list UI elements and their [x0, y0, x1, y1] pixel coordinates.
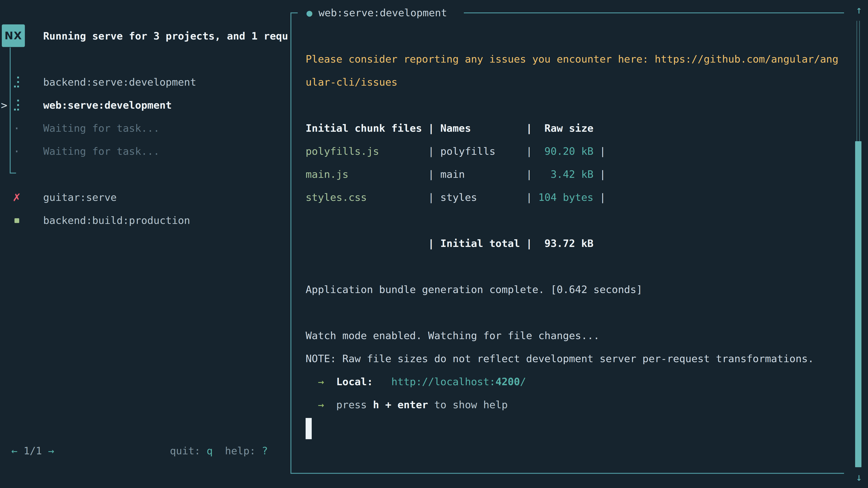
text-segment: Local:	[336, 376, 373, 388]
text-segment: | main |	[428, 168, 538, 180]
text-segment	[306, 399, 318, 411]
nx-logo: NX	[2, 24, 25, 47]
panel-border-top	[464, 12, 844, 13]
text-segment: to show help	[428, 399, 508, 411]
output-line: Initial chunk files | Names | Raw size	[306, 117, 844, 140]
waiting-dot-icon: ·	[12, 117, 22, 140]
output-line	[306, 255, 844, 278]
waiting-dot-icon: ·	[12, 140, 22, 163]
text-segment: |	[593, 145, 606, 157]
task-item[interactable]: backend:serve:development	[0, 71, 290, 94]
output-line: → press h + enter to show help	[306, 393, 844, 416]
terminal-cursor	[306, 418, 312, 439]
task-label: backend:serve:development	[43, 71, 196, 94]
output-line: ular-cli/issues	[306, 71, 844, 94]
output-line	[306, 416, 844, 440]
text-segment: polyfills.js	[306, 145, 428, 157]
text-segment: Initial chunk files | Names | Raw size	[306, 122, 593, 134]
error-cross-icon: ✗	[12, 186, 22, 209]
text-segment: NOTE: Raw file sizes do not reflect deve…	[306, 353, 814, 365]
output-line: | Initial total | 93.72 kB	[306, 232, 844, 255]
text-segment: | polyfills |	[428, 145, 538, 157]
output-line: Application bundle generation complete. …	[306, 278, 844, 301]
text-segment: styles.css	[306, 191, 428, 203]
text-segment: Watch mode enabled. Watching for file ch…	[306, 330, 599, 341]
quit-label: quit:	[170, 445, 207, 457]
output-line: NOTE: Raw file sizes do not reflect deve…	[306, 347, 844, 370]
output-line: main.js | main | 3.42 kB |	[306, 163, 844, 186]
arrow-icon: →	[318, 399, 324, 411]
task-label: backend:build:production	[43, 209, 190, 232]
text-segment: 3.42 kB	[538, 168, 594, 180]
scrollbar-down-icon[interactable]: ↓	[852, 468, 865, 486]
task-list: backend:serve:development>web:serve:deve…	[0, 71, 290, 232]
local-url-link[interactable]: 4200	[495, 376, 520, 388]
panel-border-bottom	[290, 473, 844, 474]
shortcut-bar: quit: q help: ?	[0, 440, 268, 462]
app-title: Running serve for 3 projects, and 1 requ	[43, 25, 290, 48]
help-label: help:	[225, 445, 262, 457]
terminal-output: Please consider reporting any issues you…	[306, 48, 844, 440]
spinner-icon	[12, 71, 22, 94]
local-url-link[interactable]: http://localhost:	[391, 376, 495, 388]
spinner-icon	[12, 94, 22, 117]
text-segment: press	[336, 399, 373, 411]
output-line: Watch mode enabled. Watching for file ch…	[306, 324, 844, 347]
task-item[interactable]: >web:serve:development	[0, 94, 290, 117]
output-line: → Local: http://localhost:4200/	[306, 370, 844, 393]
text-segment: |	[593, 168, 606, 180]
text-segment	[324, 399, 336, 411]
task-item[interactable]: backend:build:production	[0, 209, 290, 232]
scrollbar-thumb[interactable]	[855, 141, 862, 467]
selection-caret-icon: >	[1, 94, 10, 117]
text-segment: main.js	[306, 168, 428, 180]
success-square-icon	[12, 209, 22, 232]
task-list-gap	[0, 163, 290, 186]
text-segment	[306, 376, 318, 388]
text-segment: ular-cli/issues	[306, 76, 397, 88]
output-line: Please consider reporting any issues you…	[306, 48, 844, 71]
output-line: styles.css | styles | 104 bytes |	[306, 186, 844, 209]
text-segment: Application bundle generation complete. …	[306, 284, 643, 295]
output-line	[306, 301, 844, 324]
text-segment: 90.20 kB	[538, 145, 594, 157]
task-label: guitar:serve	[43, 186, 117, 209]
panel-title-text: web:serve:development	[318, 7, 447, 19]
scrollbar-up-icon[interactable]: ↑	[852, 1, 865, 19]
task-item[interactable]: ·Waiting for task...	[0, 117, 290, 140]
quit-key: q	[207, 445, 213, 457]
nx-terminal-ui: NX Running serve for 3 projects, and 1 r…	[0, 0, 868, 488]
text-segment	[324, 376, 336, 388]
panel-title: ● web:serve:development	[307, 1, 447, 24]
output-line	[306, 209, 844, 232]
task-label: web:serve:development	[43, 94, 172, 117]
text-segment	[373, 376, 391, 388]
panel-border-left	[290, 12, 291, 474]
task-label: Waiting for task...	[43, 117, 160, 140]
local-url-link[interactable]: /	[520, 376, 526, 388]
text-segment: | styles |	[428, 191, 538, 203]
task-item[interactable]: ✗guitar:serve	[0, 186, 290, 209]
text-segment: h + enter	[373, 399, 428, 411]
arrow-icon: →	[318, 376, 324, 388]
output-line	[306, 94, 844, 117]
help-key: ?	[262, 445, 268, 457]
task-item[interactable]: ·Waiting for task...	[0, 140, 290, 163]
text-segment: 104 bytes	[538, 191, 594, 203]
task-label: Waiting for task...	[43, 140, 160, 163]
text-segment: | Initial total | 93.72 kB	[306, 237, 593, 250]
output-line: polyfills.js | polyfills | 90.20 kB |	[306, 140, 844, 163]
text-segment: |	[593, 191, 606, 203]
running-bullet-icon: ●	[307, 7, 312, 19]
panel-border-top-stub	[290, 12, 298, 13]
text-segment: Please consider reporting any issues you…	[306, 53, 838, 65]
